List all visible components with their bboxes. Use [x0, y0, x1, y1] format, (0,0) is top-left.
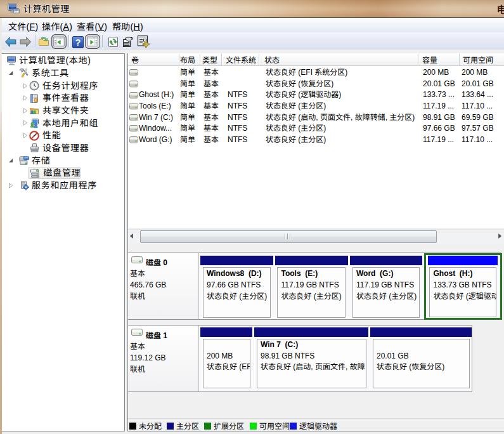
- svg-text:?: ?: [75, 37, 81, 48]
